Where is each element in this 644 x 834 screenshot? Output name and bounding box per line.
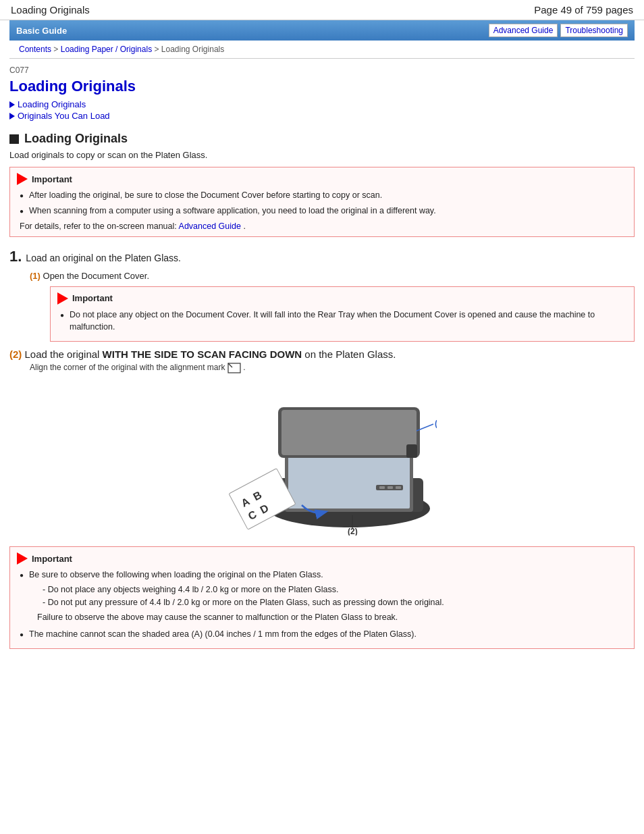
toc-label-1: Loading Originals — [18, 99, 86, 109]
important-header-bottom: Important — [17, 552, 627, 565]
for-details-prefix: For details, refer to the on-screen manu… — [20, 221, 179, 231]
scanner-diagram-svg: (1) A B C D — [207, 380, 437, 536]
breadcrumb-contents[interactable]: Contents — [19, 45, 51, 54]
important-list-1: After loading the original, be sure to c… — [17, 189, 627, 217]
important-box-sub-1: Important Do not place any object on the… — [50, 286, 635, 342]
breadcrumb: Contents > Loading Paper / Originals > L… — [9, 41, 635, 59]
toc-arrow-1 — [9, 101, 15, 108]
nav-links-right: Advanced Guide Troubleshooting — [489, 24, 628, 37]
important-item-1-1: After loading the original, be sure to c… — [20, 189, 627, 202]
breadcrumb-sep1: > — [51, 45, 61, 54]
svg-rect-21 — [396, 486, 401, 489]
step-1: 1. Load an original on the Platen Glass.… — [9, 248, 635, 536]
important-box-bottom: Important Be sure to observe the followi… — [9, 546, 635, 649]
alignment-mark-icon — [227, 363, 241, 373]
important-label-bottom: Important — [32, 554, 72, 564]
toc-arrow-2 — [9, 113, 15, 120]
main-content: C077 Loading Originals Loading Originals… — [0, 59, 644, 668]
sub-step-2-num: (2) — [9, 348, 22, 360]
top-bar: Loading Originals Page 49 of 759 pages — [0, 0, 644, 20]
code-ref: C077 — [9, 66, 635, 75]
sub-important-list-1: Do not place any object on the Document … — [57, 309, 627, 334]
important-header-1: Important — [17, 173, 627, 185]
sub-step-2-bold: WITH THE SIDE TO SCAN FACING DOWN — [103, 348, 302, 360]
breadcrumb-current: Loading Originals — [161, 45, 224, 54]
svg-text:(1): (1) — [435, 419, 437, 428]
bottom-sub-items: - Do not place any objects weighing 4.4 … — [34, 583, 627, 609]
svg-rect-8 — [406, 444, 417, 458]
page-main-title: Loading Originals — [9, 78, 635, 95]
breadcrumb-loading-paper[interactable]: Loading Paper / Originals — [61, 45, 152, 54]
for-details: For details, refer to the on-screen manu… — [20, 221, 627, 231]
svg-text:(2): (2) — [348, 527, 358, 536]
toc-label-2: Originals You Can Load — [18, 111, 110, 121]
svg-line-1 — [228, 363, 232, 367]
svg-rect-19 — [379, 486, 385, 489]
sub-step-2: (2) Load the original WITH THE SIDE TO S… — [9, 348, 635, 536]
for-details-suffix: . — [241, 221, 246, 231]
step-2-line: (2) Load the original WITH THE SIDE TO S… — [9, 348, 635, 360]
step-1-number: 1. — [9, 248, 22, 265]
section-square-icon — [9, 134, 19, 144]
important-label-sub-1: Important — [72, 293, 113, 303]
advanced-guide-link-inline[interactable]: Advanced Guide — [179, 221, 241, 231]
align-note: Align the corner of the original with th… — [30, 363, 635, 373]
important-icon-bottom — [17, 552, 28, 565]
toc-link-1[interactable]: Loading Originals — [9, 99, 635, 109]
important-icon-sub-1 — [57, 292, 68, 305]
breadcrumb-sep2: > — [152, 45, 161, 54]
bottom-item-1-text: Be sure to observe the following when lo… — [29, 570, 323, 579]
nav-header: Basic Guide Advanced Guide Troubleshooti… — [9, 20, 635, 41]
sub-step-1: (1) Open the Document Cover. Important D… — [30, 271, 635, 342]
sub-step-1-num: (1) — [30, 271, 41, 281]
step-1-header: 1. Load an original on the Platen Glass. — [9, 248, 635, 265]
section-title-text: Loading Originals — [24, 132, 128, 146]
bottom-item-1-after: Failure to observe the above may cause t… — [37, 611, 627, 624]
svg-rect-7 — [281, 410, 417, 455]
important-header-sub-1: Important — [57, 292, 627, 305]
important-item-1-2: When scanning from a computer using a so… — [20, 205, 627, 217]
section-loading-originals-title: Loading Originals — [9, 132, 635, 146]
page-section-title: Loading Originals — [11, 4, 90, 16]
step-1-text: Load an original on the Platen Glass. — [26, 253, 181, 263]
advanced-guide-link[interactable]: Advanced Guide — [489, 24, 558, 37]
sub-important-item-1-1: Do not place any object on the Document … — [60, 309, 627, 334]
sub-step-2-text-suffix: on the Platen Glass. — [302, 348, 396, 360]
bottom-important-item-1: Be sure to observe the following when lo… — [20, 569, 627, 624]
diagram-area: (1) A B C D — [9, 380, 635, 536]
section-desc: Load originals to copy or scan on the Pl… — [9, 150, 635, 160]
sub-step-2-text-prefix: Load the original — [25, 348, 103, 360]
bottom-important-list: Be sure to observe the following when lo… — [17, 569, 627, 641]
important-box-1: Important After loading the original, be… — [9, 167, 635, 237]
important-label-1: Important — [32, 174, 72, 184]
page-number: Page 49 of 759 pages — [534, 4, 633, 16]
basic-guide-label: Basic Guide — [16, 26, 67, 36]
bottom-sub-item-2: - Do not put any pressure of 4.4 lb / 2.… — [43, 596, 627, 609]
important-icon-1 — [17, 173, 28, 185]
bottom-item-2-text: The machine cannot scan the shaded area … — [29, 629, 417, 639]
bottom-important-item-2: The machine cannot scan the shaded area … — [20, 628, 627, 641]
toc-list: Loading Originals Originals You Can Load — [9, 99, 635, 121]
sub-step-1-text: Open the Document Cover. — [43, 271, 150, 281]
toc-link-2[interactable]: Originals You Can Load — [9, 111, 635, 121]
bottom-sub-item-1: - Do not place any objects weighing 4.4 … — [43, 583, 627, 596]
svg-rect-20 — [387, 486, 393, 489]
svg-rect-5 — [288, 454, 410, 509]
troubleshooting-link[interactable]: Troubleshooting — [560, 24, 628, 37]
